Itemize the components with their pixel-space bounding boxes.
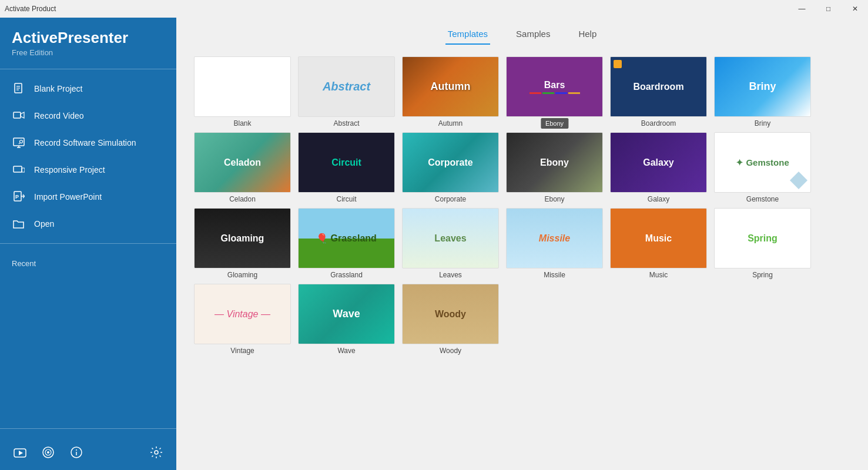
template-thumb-grassland: 🎈 Grassland [298,208,395,268]
template-label-wave: Wave [337,347,355,355]
ebony-tooltip: Ebony [541,118,568,129]
template-thumb-briny: Briny [714,56,811,117]
template-thumb-spring: Spring [714,208,811,268]
template-missile[interactable]: Missile Missile [506,208,603,279]
template-ebony[interactable]: Ebony Ebony Ebony [506,132,603,203]
template-label-vintage: Vintage [230,347,254,355]
svg-point-22 [76,449,77,451]
template-label-blank: Blank [233,119,251,127]
svg-marker-17 [19,451,23,455]
template-label-galaxy: Galaxy [648,195,669,203]
template-thumb-bars: Bars [506,56,603,117]
template-thumb-music: Music [610,208,707,268]
sidebar-item-import-powerpoint[interactable]: P Import PowerPoint [0,183,176,210]
maximize-button[interactable]: □ [815,0,842,18]
template-thumb-gloaming: Gloaming [194,208,291,268]
sidebar-item-responsive-project[interactable]: Responsive Project [0,156,176,183]
template-thumb-boardroom: Boardroom [610,56,707,117]
template-label-corporate: Corporate [435,195,466,203]
sidebar-divider-bottom [0,428,176,429]
template-woody[interactable]: Woody Woody [402,284,499,355]
celadon-text: Celadon [224,157,261,168]
sidebar-item-label: Responsive Project [34,165,105,174]
main-layout: ActivePresenter Free Edition Blank Proje… [0,18,868,470]
recent-label: Recent [0,250,176,271]
tab-help[interactable]: Help [576,24,599,45]
template-boardroom[interactable]: Boardroom Boardroom [610,56,707,127]
template-leaves[interactable]: Leaves Leaves [402,208,499,279]
template-label-grassland: Grassland [330,271,363,279]
template-thumb-vintage: — Vintage — [194,284,291,344]
template-galaxy[interactable]: Galaxy Galaxy [610,132,707,203]
template-briny[interactable]: Briny Briny [714,56,811,127]
missile-text: Missile [539,233,570,244]
bars-text: Bars [544,80,565,90]
template-label-abstract: Abstract [333,119,359,127]
template-wave[interactable]: Wave Wave [298,284,395,355]
boardroom-badge [614,60,622,68]
template-music[interactable]: Music Music [610,208,707,279]
boardroom-text: Boardroom [633,82,683,92]
ppt-icon: P [12,190,26,204]
template-gloaming[interactable]: Gloaming Gloaming [194,208,291,279]
sidebar-item-blank-project[interactable]: Blank Project [0,75,176,102]
template-bars[interactable]: Bars Bars [506,56,603,127]
template-spring[interactable]: Spring Spring [714,208,811,279]
template-label-briny: Briny [755,119,770,127]
sidebar-header: ActivePresenter Free Edition [0,18,176,63]
template-grassland[interactable]: 🎈 Grassland Grassland [298,208,395,279]
template-thumb-celadon: Celadon [194,132,291,193]
template-label-leaves: Leaves [439,271,462,279]
sidebar-item-label: Open [34,219,54,229]
close-button[interactable]: ✕ [842,0,868,18]
content-nav: Templates Samples Help [176,18,868,51]
file-icon [12,82,26,96]
template-label-circuit: Circuit [336,195,356,203]
tab-samples[interactable]: Samples [514,24,552,45]
template-label-music: Music [649,271,668,279]
ebony-text: Ebony [540,157,569,168]
template-circuit[interactable]: Circuit Circuit [298,132,395,203]
templates-row-3: Gloaming Gloaming 🎈 Grassland Grassland … [194,208,850,279]
template-abstract[interactable]: Abstract Abstract [298,56,395,127]
target-icon[interactable] [40,444,56,461]
sidebar-item-label: Blank Project [34,84,82,93]
template-corporate[interactable]: Corporate Corporate [402,132,499,203]
sidebar-item-record-video[interactable]: Record Video [0,102,176,129]
minimize-button[interactable]: — [789,0,815,18]
template-label-spring: Spring [752,271,773,279]
autumn-text: Autumn [431,80,471,93]
sidebar-divider-top [0,69,176,69]
settings-icon[interactable] [148,444,165,461]
template-label-celadon: Celadon [229,195,256,203]
corporate-text: Corporate [428,157,472,168]
template-thumb-wave: Wave [298,284,395,344]
svg-marker-5 [21,112,24,118]
sidebar-item-label: Import PowerPoint [34,192,102,202]
gemstone-shape [790,172,807,189]
templates-row-2: Celadon Celadon Circuit Circuit Corporat… [194,132,850,203]
wave-text: Wave [333,308,360,320]
content-area: Templates Samples Help Blank Abstract Ab… [176,18,868,470]
template-label-woody: Woody [440,347,461,355]
template-celadon[interactable]: Celadon Celadon [194,132,291,203]
sidebar-item-open[interactable]: Open [0,210,176,237]
gemstone-text: ✦ Gemstone [736,157,789,168]
bars-lines [529,92,580,94]
youtube-icon[interactable] [12,444,28,461]
template-blank[interactable]: Blank [194,56,291,127]
folder-icon [12,217,26,231]
template-autumn[interactable]: Autumn Autumn [402,56,499,127]
template-gemstone[interactable]: ✦ Gemstone Gemstone [714,132,811,203]
tab-templates[interactable]: Templates [445,24,490,45]
sidebar-menu: Blank Project Record Video [0,75,176,237]
template-vintage[interactable]: — Vintage — Vintage [194,284,291,355]
video-icon [12,109,26,123]
sidebar-item-record-software-simulation[interactable]: Record Software Simulation [0,129,176,156]
template-thumb-gemstone: ✦ Gemstone [714,132,811,193]
sidebar: ActivePresenter Free Edition Blank Proje… [0,18,176,470]
svg-point-24 [155,451,158,454]
info-icon[interactable] [68,444,85,461]
svg-text:P: P [15,194,19,200]
templates-row-1: Blank Abstract Abstract Autumn Autumn [194,56,850,127]
